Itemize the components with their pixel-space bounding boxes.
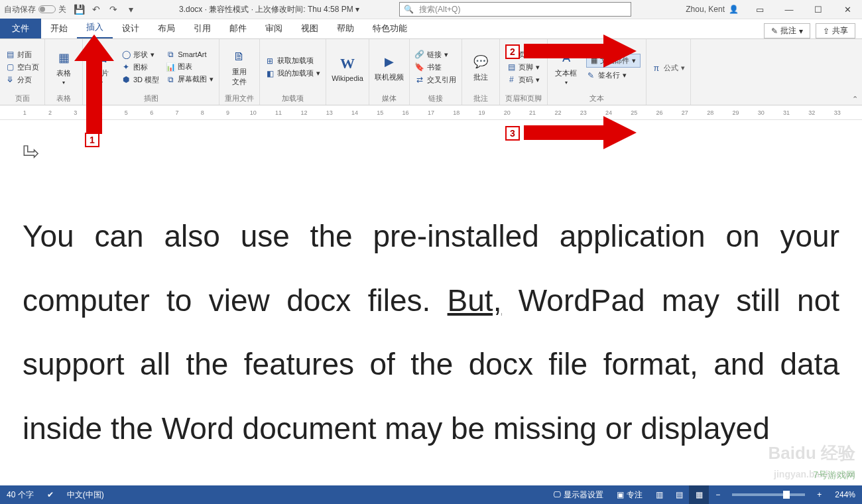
read-mode-icon[interactable]: ▥ — [649, 485, 669, 504]
store-icon: ⊞ — [265, 56, 275, 66]
word-count[interactable]: 40 个字 — [0, 489, 40, 501]
xref-button[interactable]: ⇄交叉引用 — [415, 75, 456, 85]
online-video-button[interactable]: ▶联机视频 — [375, 52, 404, 82]
group-symbols: π公式 ▾ — [646, 39, 691, 105]
svg-marker-0 — [74, 34, 114, 134]
reuse-files-button[interactable]: 🗎重用 文件 — [226, 47, 253, 87]
zoom-in-icon[interactable]: + — [810, 490, 828, 499]
tab-help[interactable]: 帮助 — [328, 19, 363, 38]
tab-home[interactable]: 开始 — [41, 19, 77, 38]
zoom-slider[interactable] — [732, 493, 805, 496]
pagenum-button[interactable]: #页码 ▾ — [507, 75, 540, 85]
svg-marker-2 — [524, 116, 637, 149]
user-name: Zhou, Kent — [686, 5, 725, 14]
callout-1: 1 — [85, 133, 99, 147]
document-page[interactable]: ⏎ You can also use the pre-installed app… — [0, 121, 862, 485]
qat-dropdown-icon[interactable]: ▾ — [122, 1, 139, 18]
web-layout-icon[interactable]: ▦ — [689, 485, 709, 504]
smartart-button[interactable]: ⧉SmartArt — [166, 50, 214, 59]
equation-button[interactable]: π公式 ▾ — [652, 63, 685, 73]
screenshot-button[interactable]: ⧉屏幕截图 ▾ — [166, 74, 214, 84]
group-label: 媒体 — [382, 92, 397, 103]
ruler-tick: 21 — [520, 109, 545, 116]
ribbon-options-icon[interactable]: ▭ — [745, 0, 774, 19]
icons-button[interactable]: ✦图标 — [121, 62, 159, 72]
focus-mode[interactable]: ▣专注 — [610, 489, 649, 501]
xref-icon: ⇄ — [415, 75, 424, 84]
maximize-icon[interactable]: ☐ — [804, 0, 833, 19]
tab-references[interactable]: 引用 — [184, 19, 220, 38]
group-label: 页面 — [15, 92, 30, 103]
comments-label: 批注 — [780, 25, 796, 36]
tab-layout[interactable]: 布局 — [149, 19, 184, 38]
spell-check-icon[interactable]: ✔ — [40, 490, 60, 499]
zoom-level[interactable]: 244% — [828, 490, 862, 499]
tab-review[interactable]: 审阅 — [256, 19, 292, 38]
ruler-tick: 14 — [342, 109, 367, 116]
collapse-ribbon-icon[interactable]: ⌃ — [852, 95, 858, 103]
horizontal-ruler[interactable]: 1234567891011121314151617181920212223242… — [0, 105, 862, 120]
chart-button[interactable]: 📊图表 — [166, 62, 214, 72]
ruler-tick: 15 — [367, 109, 393, 116]
print-layout-icon[interactable]: ▤ — [669, 485, 689, 504]
page-icon: ▤ — [5, 50, 15, 59]
bookmark-icon: 🔖 — [415, 62, 424, 72]
body-text[interactable]: You can also use the pre-installed appli… — [23, 204, 839, 460]
title-bar: 自动保存 关 💾 ↶ ↷ ▾ 3.docx · 兼容性模式 · 上次修改时间: … — [0, 0, 862, 19]
comments-button[interactable]: ✎批注▾ — [764, 23, 810, 38]
search-input[interactable]: 🔍 搜索(Alt+Q) — [399, 2, 631, 17]
cover-page-button[interactable]: ▤封面 — [5, 50, 39, 60]
zoom-out-icon[interactable]: − — [709, 490, 727, 499]
tab-mail[interactable]: 邮件 — [220, 19, 256, 38]
wikipedia-button[interactable]: WWikipedia — [332, 54, 363, 82]
link-button[interactable]: 🔗链接 ▾ — [415, 50, 456, 60]
comment-button[interactable]: 💬批注 — [467, 52, 494, 82]
share-button[interactable]: ⇪共享 — [816, 23, 855, 38]
tab-file[interactable]: 文件 — [0, 19, 41, 38]
break-icon: ⤋ — [5, 75, 15, 84]
save-icon[interactable]: 💾 — [70, 1, 88, 18]
group-label: 重用文件 — [225, 92, 254, 103]
3d-model-button[interactable]: ⬢3D 模型 — [121, 75, 159, 85]
group-label: 链接 — [428, 92, 443, 103]
footer-icon: ▤ — [507, 62, 516, 72]
signature-line-button[interactable]: ✎签名行 ▾ — [586, 70, 641, 80]
tab-design[interactable]: 设计 — [113, 19, 149, 38]
group-label — [667, 94, 669, 103]
ruler-tick: 5 — [113, 109, 139, 116]
redo-icon[interactable]: ↷ — [105, 1, 122, 18]
focus-icon: ▣ — [617, 490, 624, 499]
shapes-button[interactable]: ◯形状 ▾ — [121, 50, 159, 60]
display-settings[interactable]: 🖵显示器设置 — [546, 489, 610, 501]
reuse-icon: 🗎 — [230, 47, 249, 66]
page-break-button[interactable]: ⤋分页 — [5, 75, 39, 85]
ruler-tick: 12 — [291, 109, 316, 116]
tab-view[interactable]: 视图 — [292, 19, 328, 38]
group-links: 🔗链接 ▾ 🔖书签 ⇄交叉引用 链接 — [410, 39, 462, 105]
search-icon: 🔍 — [404, 5, 414, 14]
document-title[interactable]: 3.docx · 兼容性模式 · 上次修改时间: Thu 4:58 PM ▾ — [179, 4, 359, 15]
minimize-icon[interactable]: — — [774, 0, 804, 19]
language[interactable]: 中文(中国) — [60, 489, 111, 501]
watermark-brand: 7号游戏网 — [813, 470, 855, 481]
my-addins-button[interactable]: ◧我的加载项 ▾ — [265, 68, 320, 78]
smartart-icon: ⧉ — [166, 50, 175, 59]
share-label: 共享 — [832, 25, 848, 36]
tab-special[interactable]: 特色功能 — [363, 19, 416, 38]
user-account[interactable]: Zhou, Kent 👤 — [679, 5, 745, 14]
autosave-toggle[interactable]: 自动保存 关 — [0, 4, 70, 15]
undo-icon[interactable]: ↶ — [88, 1, 105, 18]
ruler-tick: 29 — [723, 109, 748, 116]
close-icon[interactable]: ✕ — [833, 0, 862, 19]
get-addins-button[interactable]: ⊞获取加载项 — [265, 56, 320, 66]
comment-icon: 💬 — [471, 52, 490, 71]
ribbon-tabs: 文件 开始 插入 设计 布局 引用 邮件 审阅 视图 帮助 特色功能 ✎批注▾ … — [0, 19, 862, 39]
ruler-tick: 8 — [190, 109, 215, 116]
signature-icon: ✎ — [586, 71, 595, 80]
ruler-tick: 31 — [774, 109, 799, 116]
arrow-1 — [74, 34, 114, 134]
bookmark-button[interactable]: 🔖书签 — [415, 62, 456, 72]
ribbon: ▤封面 ▢空白页 ⤋分页 页面 ▦表格▾ 表格 🖼图片▾ ◯形状 ▾ ✦图标 ⬢… — [0, 39, 862, 105]
blank-page-button[interactable]: ▢空白页 — [5, 62, 39, 72]
table-button[interactable]: ▦表格▾ — [50, 48, 77, 86]
